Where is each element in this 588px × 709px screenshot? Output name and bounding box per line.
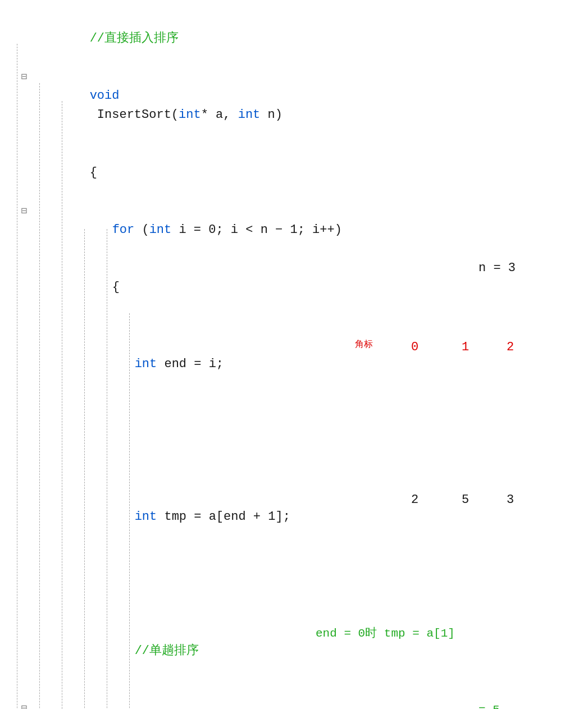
code-l7: int tmp = a[end + 1]; 2 5 3 bbox=[30, 488, 588, 603]
ann-idx-label: 角标 bbox=[355, 338, 373, 352]
gutter-l2: ⊟ bbox=[18, 67, 30, 85]
code-l1: //直接插入排序 bbox=[30, 10, 588, 67]
ann-val-2: 2 bbox=[411, 491, 418, 510]
line-int-end: int end = i; 角标 0 1 2 bbox=[18, 336, 588, 489]
line-comment: //直接插入排序 bbox=[18, 10, 588, 67]
brace-open-1: { bbox=[90, 166, 97, 180]
end-decl: end = i; bbox=[157, 357, 224, 371]
code-area: //直接插入排序 ⊟ void InsertSort(int* a, int n… bbox=[0, 10, 588, 709]
code-l4: for (int i = 0; i < n − 1; i++) bbox=[30, 202, 588, 259]
gutter-l10: ⊟ bbox=[18, 699, 30, 709]
code-l2: void InsertSort(int* a, int n) bbox=[30, 67, 588, 144]
line-brace-open-2: { n = 3 bbox=[18, 259, 588, 335]
code-l6: int end = i; 角标 0 1 2 bbox=[30, 336, 588, 489]
line-brace-open-1: { bbox=[18, 144, 588, 202]
gutter-l9 bbox=[18, 623, 30, 625]
gutter-l5 bbox=[18, 259, 30, 261]
param-n: n) bbox=[260, 108, 282, 122]
gutter-l7 bbox=[18, 488, 30, 491]
line-for: ⊟ for (int i = 0; i < n − 1; i++) bbox=[18, 202, 588, 259]
ann-idx-1: 1 bbox=[462, 338, 469, 357]
line-blank-1 bbox=[18, 603, 588, 623]
kw-for: for bbox=[112, 223, 135, 237]
line-int-tmp: int tmp = a[end + 1]; 2 5 3 bbox=[18, 488, 588, 603]
line-func-decl: ⊟ void InsertSort(int* a, int n) bbox=[18, 67, 588, 144]
line-while: ⊟ while (end >= 0) = 5 bbox=[18, 699, 588, 709]
for-paren-open: ( bbox=[134, 223, 149, 237]
comment-insert-sort: //直接插入排序 bbox=[90, 31, 179, 45]
ann-n3: n = 3 bbox=[478, 259, 516, 278]
kw-int4: int bbox=[135, 357, 157, 371]
page-container: //直接插入排序 ⊟ void InsertSort(int* a, int n… bbox=[0, 10, 588, 709]
kw-void: void bbox=[90, 89, 120, 103]
line-comment-single: //单趟排序 end = 0时 tmp = a[1] bbox=[18, 623, 588, 699]
func-name: InsertSort( bbox=[90, 108, 179, 122]
kw-int1: int bbox=[179, 108, 201, 122]
kw-int5: int bbox=[135, 510, 157, 524]
gutter-l8 bbox=[18, 603, 30, 606]
for-init: i = 0; i < n − 1; i++) bbox=[171, 223, 342, 237]
gutter-l4: ⊟ bbox=[18, 202, 30, 219]
ann-eq5: = 5 bbox=[478, 701, 500, 709]
ann-idx-0: 0 bbox=[411, 338, 418, 357]
gutter-l6 bbox=[18, 336, 30, 338]
tmp-decl: tmp = a[end + 1]; bbox=[157, 510, 290, 524]
kw-int2: int bbox=[238, 108, 261, 122]
ann-val-3: 3 bbox=[507, 491, 514, 510]
code-l5: { n = 3 bbox=[30, 259, 588, 335]
param-a: * a, bbox=[201, 108, 238, 122]
ann-idx-2: 2 bbox=[507, 338, 514, 357]
code-l9: //单趟排序 end = 0时 tmp = a[1] bbox=[30, 623, 588, 699]
ann-end0tmp: end = 0时 tmp = a[1] bbox=[316, 625, 455, 643]
gutter-l3 bbox=[18, 144, 30, 147]
kw-int3: int bbox=[149, 223, 172, 237]
comment-single-pass: //单趟排序 bbox=[135, 644, 199, 658]
code-l3: { bbox=[30, 144, 588, 202]
gutter-l1 bbox=[18, 10, 30, 12]
ann-val-5: 5 bbox=[462, 491, 469, 510]
brace-open-2: { bbox=[112, 280, 120, 294]
code-l10: while (end >= 0) = 5 bbox=[30, 699, 588, 709]
